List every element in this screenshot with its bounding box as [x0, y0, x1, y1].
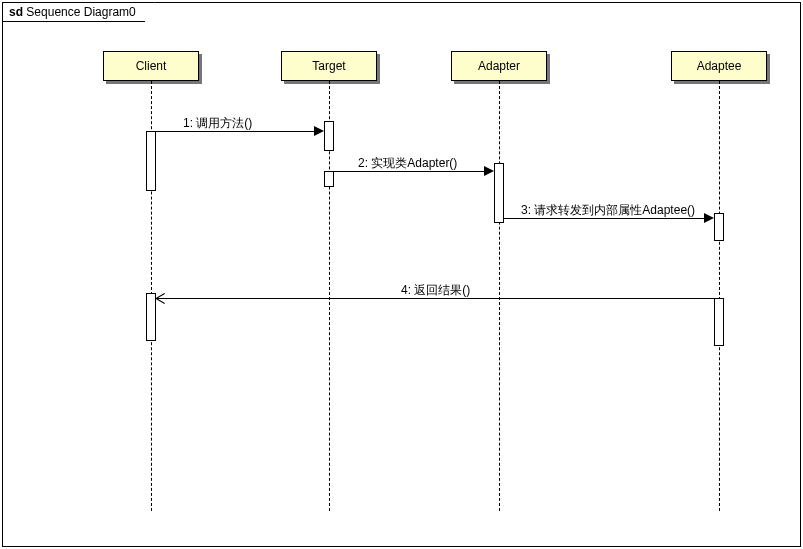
message-arrow	[156, 131, 314, 132]
activation-client	[146, 293, 156, 341]
message-return-arrow	[156, 298, 714, 299]
participant-label: Target	[312, 59, 345, 73]
participant-client: Client	[103, 51, 199, 81]
arrowhead-right-icon	[314, 126, 324, 136]
participant-adaptee: Adaptee	[671, 51, 767, 81]
frame-title-tab: sd Sequence Diagram0	[2, 2, 155, 22]
participant-adapter: Adapter	[451, 51, 547, 81]
message-label: 3: 请求转发到内部属性Adaptee()	[521, 202, 695, 219]
participant-label: Client	[136, 59, 167, 73]
activation-adaptee	[714, 298, 724, 346]
participant-label: Adaptee	[697, 59, 742, 73]
lifeline-adaptee	[719, 81, 720, 511]
sequence-diagram-frame: sd Sequence Diagram0 Client Target Adapt…	[2, 2, 801, 547]
lifeline-adapter	[499, 81, 500, 511]
message-arrow	[334, 171, 484, 172]
arrowhead-right-icon	[484, 166, 494, 176]
activation-target	[324, 171, 334, 187]
participant-target: Target	[281, 51, 377, 81]
activation-client	[146, 131, 156, 191]
frame-prefix: sd	[9, 5, 23, 19]
participant-label: Adapter	[478, 59, 520, 73]
message-label: 2: 实现类Adapter()	[358, 155, 457, 172]
activation-adapter	[494, 163, 504, 223]
activation-adaptee	[714, 213, 724, 241]
activation-target	[324, 121, 334, 151]
message-label: 1: 调用方法()	[183, 115, 252, 132]
arrowhead-right-icon	[704, 213, 714, 223]
arrowhead-left-open-icon	[156, 293, 166, 303]
frame-title: Sequence Diagram0	[26, 5, 135, 19]
message-arrow	[504, 218, 704, 219]
message-label: 4: 返回结果()	[401, 282, 470, 299]
